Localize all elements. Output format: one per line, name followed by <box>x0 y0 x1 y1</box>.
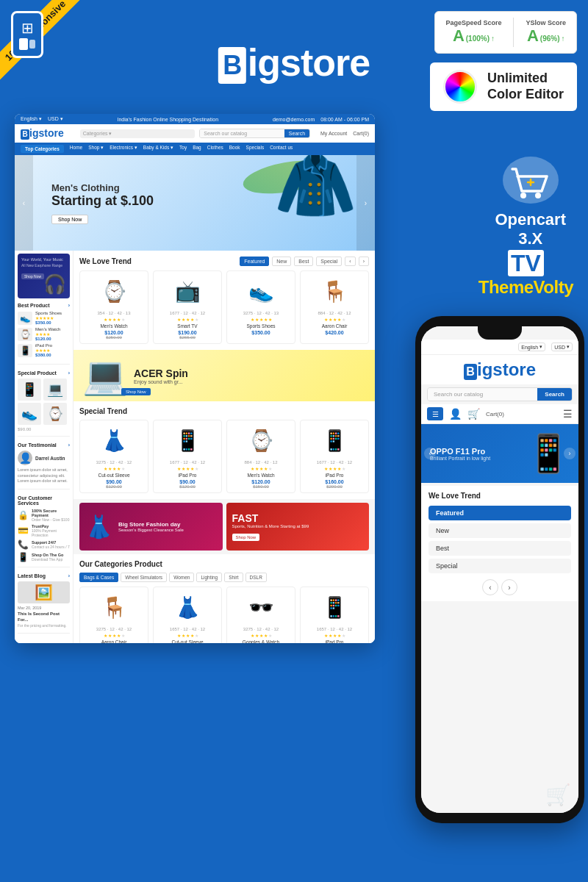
tab-best[interactable]: Best <box>294 257 313 266</box>
bp3-info: iPad Pro ★★★★ $380.00 <box>35 343 70 357</box>
nav-contact[interactable]: Contact us <box>270 145 293 153</box>
mobile-more-icon[interactable]: ☰ <box>563 408 573 420</box>
yslow-arrow: ↑ <box>562 35 565 43</box>
st-price-4: $160.00 <box>304 479 365 484</box>
tab-new[interactable]: New <box>272 257 291 266</box>
st-products-row: 👗 3275 · 12 · 42 · 12 ★★★★★ Cut-out Slee… <box>79 420 369 493</box>
st-stats-1: 3275 · 12 · 42 · 12 <box>84 460 144 465</box>
best-product-more[interactable]: › <box>68 303 70 308</box>
nav-home[interactable]: Home <box>70 145 82 153</box>
mobile-logo: Bigstore <box>464 359 536 380</box>
hero-cta-btn[interactable]: Shop Now <box>51 215 88 224</box>
pagespeed-pct: (100%) <box>466 35 490 43</box>
st-stats-3: 884 · 12 · 42 · 12 <box>231 460 291 465</box>
nav-baby[interactable]: Baby & Kids ▾ <box>143 145 173 153</box>
product-price-3: $350.00 <box>231 330 291 335</box>
mobile-cart-label: Cart(0) <box>486 411 504 417</box>
blog-more[interactable]: › <box>68 573 70 578</box>
nav-specials[interactable]: Specials <box>246 145 265 153</box>
tab-prev[interactable]: ‹ <box>345 257 355 266</box>
mobile-search-btn[interactable]: Search <box>537 388 572 401</box>
acer-subtitle: Enjoy sound with gr... <box>134 379 188 384</box>
wlt-title: We Love Trend <box>79 257 132 265</box>
testimonial-author: 👤 Darrel Austin <box>18 451 70 465</box>
ocp-tab-lighting[interactable]: Lighting <box>196 573 222 582</box>
tab-next[interactable]: › <box>359 257 369 266</box>
mobile-menu-btn[interactable]: ☰ <box>427 407 443 420</box>
service-2: 💳 TrustPay 100% Payment Protection <box>18 524 70 537</box>
mobile-hero-next[interactable]: › <box>564 448 576 459</box>
top-categories-btn[interactable]: Top Categories <box>21 145 64 153</box>
ocp-tab-dslr[interactable]: DSLR <box>245 573 267 582</box>
mobile-top-bar: English ▾ USD ▾ <box>421 340 578 355</box>
product-stats-1: 354 · 12 · 42 · 13 <box>84 311 144 315</box>
mobile-cart-icon[interactable]: 🛒 <box>467 408 480 420</box>
responsive-badge: ⊞ <box>11 11 43 58</box>
ocp-card-4: 📱 1657 · 12 · 42 · 12 ★★★★★ iPad Pro $90… <box>300 587 369 643</box>
nav-toy[interactable]: Toy <box>179 145 187 153</box>
wlt-tabs: Featured New Best Special ‹ › <box>240 257 369 266</box>
fast-btn[interactable]: Shop Now <box>232 534 260 541</box>
acer-title: ACER Spin <box>134 368 188 379</box>
ocp-tab-bags[interactable]: Bags & Cases <box>79 573 118 582</box>
service-3: 📞 Support 24/7 Contact us 24 hours / 7 <box>18 539 70 550</box>
yslow-label: YSlow Score <box>526 19 566 26</box>
bp2-img: ⌚ <box>18 328 32 341</box>
store-nav: Bigstore Categories ▾ Search our catalog… <box>15 124 375 143</box>
testimonial-more[interactable]: › <box>68 442 70 448</box>
testimonial-avatar: 👤 <box>18 451 32 465</box>
categories-btn[interactable]: Categories ▾ <box>80 129 196 138</box>
color-editor-label: UnlimitedColor Editor <box>487 71 564 102</box>
nav-shop[interactable]: Shop ▾ <box>88 145 104 153</box>
ocp-img-3: 🕶️ <box>231 591 291 624</box>
special-more[interactable]: › <box>68 370 70 376</box>
tab-featured[interactable]: Featured <box>240 257 269 266</box>
hero-subtitle: Men's Clothing <box>51 182 154 193</box>
ocp-tab-shirt[interactable]: Shirt <box>224 573 243 582</box>
music-shop-btn[interactable]: Shop Now <box>21 273 44 279</box>
nav-book[interactable]: Book <box>229 145 240 153</box>
bp3-stars: ★★★★ <box>35 348 70 353</box>
mobile-notch <box>478 326 522 340</box>
mobile-hero-text: OPPO F11 Pro Brilliant Portrait in low l… <box>430 447 490 461</box>
nav-bag[interactable]: Bag <box>193 145 201 153</box>
fashion-banner-1: 👗 Big Store Fashion day Season's Biggest… <box>79 503 223 551</box>
mobile-wlt-prev[interactable]: ‹ <box>482 579 498 595</box>
ocp-card-3: 🕶️ 3275 · 12 · 42 · 12 ★★★★★ Goggles & W… <box>226 587 295 643</box>
mobile-screen: English ▾ USD ▾ Bigstore Search our cata… <box>421 326 578 813</box>
nav-electronics[interactable]: Electronics ▾ <box>110 145 137 153</box>
fashion-title-1: Big Store Fashion day <box>118 521 184 528</box>
mobile-bottom-deco: 🛒 <box>545 783 571 807</box>
service-4: 📱 Shop On The Go Download The App <box>18 552 70 562</box>
music-widget-sub: All New Earphone Range <box>21 263 66 268</box>
tab-special[interactable]: Special <box>316 257 342 266</box>
ocp-tab-wheel[interactable]: Wheel Simulators <box>121 573 167 582</box>
hero-next-btn[interactable]: › <box>356 155 375 251</box>
tv-logo: TV <box>478 250 573 277</box>
mobile-search-input[interactable]: Search our catalog <box>428 388 537 401</box>
mobile-tab-featured[interactable]: Featured <box>429 506 571 520</box>
mobile-tab-new[interactable]: New <box>429 523 571 538</box>
special-products-grid: 📱 💻 👟 ⌚ <box>18 379 70 425</box>
mobile-currency-select[interactable]: USD ▾ <box>551 343 573 351</box>
hero-prev-btn[interactable]: ‹ <box>15 155 33 251</box>
mobile-tab-special[interactable]: Special <box>429 559 571 573</box>
search-button[interactable]: Search <box>284 129 309 137</box>
nav-clothes[interactable]: Clothes <box>207 145 223 153</box>
search-placeholder[interactable]: Search our catalog <box>200 129 284 137</box>
mobile-wlt-next[interactable]: › <box>501 579 517 595</box>
acer-cta-btn[interactable]: Shop Now <box>121 388 151 395</box>
ocp-tab-women[interactable]: Women <box>169 573 194 582</box>
top-right-area: PageSpeed Score A (100%) ↑ YSlow Score A… <box>430 11 577 111</box>
mobile-tab-best[interactable]: Best <box>429 541 571 556</box>
mobile-hero-subtitle: Brilliant Portrait in low light <box>430 456 490 461</box>
cart-link[interactable]: Cart(0) <box>353 131 369 136</box>
mobile-lang-select[interactable]: English ▾ <box>518 343 545 351</box>
mobile-account-icon[interactable]: 👤 <box>449 408 462 420</box>
fashion-subtitle-1: Season's Biggest Clearance Sale <box>118 528 184 532</box>
ocp-rating-4: ★★★★★ <box>304 633 365 638</box>
hero-text: Men's Clothing Starting at $.100 Shop No… <box>51 182 154 224</box>
product-rating-4: ★★★★★ <box>304 317 365 322</box>
contact-info: demo@demo.com 08:00 AM - 06:00 PM <box>273 117 369 122</box>
account-link[interactable]: My Account <box>320 131 347 136</box>
